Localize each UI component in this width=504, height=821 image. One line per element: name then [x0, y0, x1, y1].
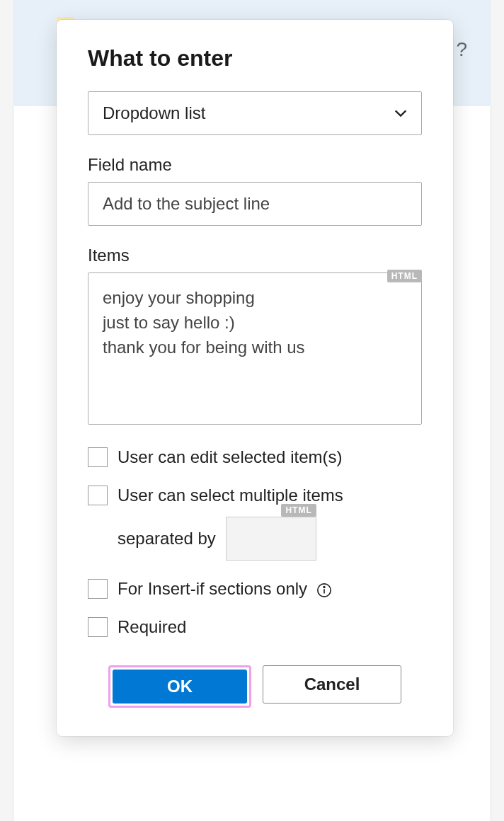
checkbox-required[interactable] [88, 617, 108, 637]
help-icon[interactable]: ? [456, 38, 467, 61]
checkbox-edit-selected-row: User can edit selected item(s) [88, 447, 422, 467]
checkbox-multiple-row: User can select multiple items [88, 486, 422, 505]
what-to-enter-dialog: What to enter Dropdown list Field name I… [57, 20, 453, 736]
items-label: Items [88, 246, 422, 265]
ok-button[interactable]: OK [113, 670, 247, 704]
separator-input-wrapper: HTML [226, 517, 316, 561]
checkbox-insert-if[interactable] [88, 579, 108, 599]
checkbox-required-row: Required [88, 617, 422, 637]
checkbox-required-label: Required [118, 617, 186, 637]
svg-point-2 [323, 586, 325, 587]
items-wrapper: HTML [88, 272, 422, 427]
dialog-title: What to enter [88, 45, 422, 71]
cancel-button[interactable]: Cancel [263, 665, 401, 704]
separator-input[interactable] [226, 517, 316, 561]
separator-html-badge: HTML [281, 504, 316, 517]
checkbox-edit-selected[interactable] [88, 447, 108, 467]
checkbox-insert-if-row: For Insert-if sections only [88, 579, 422, 599]
checkbox-multiple-label: User can select multiple items [118, 486, 343, 505]
button-row: OK Cancel [88, 665, 422, 708]
type-dropdown[interactable]: Dropdown list [88, 91, 422, 135]
checkbox-edit-selected-label: User can edit selected item(s) [118, 447, 342, 467]
info-icon[interactable] [316, 582, 332, 598]
chevron-down-icon [393, 105, 408, 121]
checkbox-multiple[interactable] [88, 486, 108, 505]
field-name-label: Field name [88, 155, 422, 175]
separated-by-row: separated by HTML [118, 517, 422, 561]
separated-by-label: separated by [118, 529, 216, 549]
ok-button-highlight: OK [108, 665, 251, 708]
checkbox-insert-if-label: For Insert-if sections only [118, 579, 332, 599]
checkbox-insert-if-text: For Insert-if sections only [118, 579, 307, 598]
items-textarea[interactable] [88, 272, 422, 425]
html-badge: HTML [387, 270, 422, 282]
type-dropdown-value: Dropdown list [103, 103, 205, 123]
field-name-input[interactable] [88, 182, 422, 226]
